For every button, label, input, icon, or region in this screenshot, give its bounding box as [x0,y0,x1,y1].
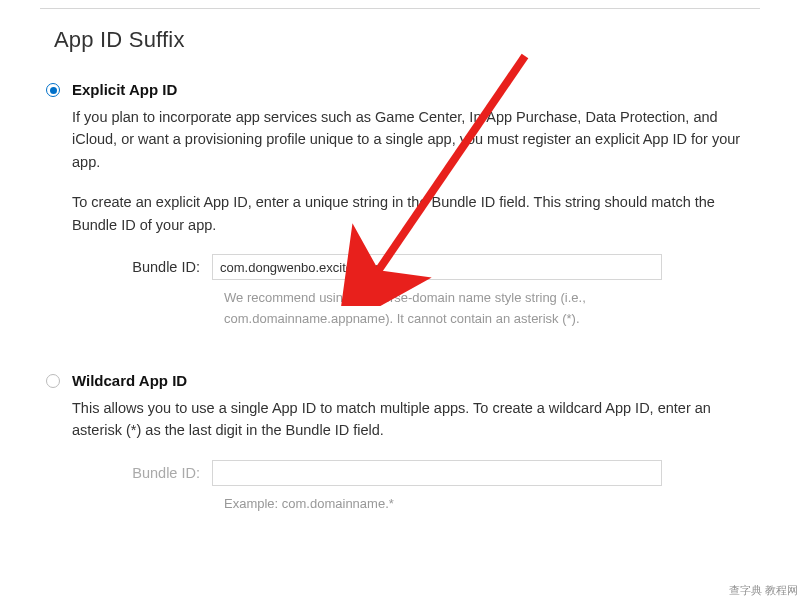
option-desc-explicit-2: To create an explicit App ID, enter a un… [72,191,760,236]
option-desc-explicit-1: If you plan to incorporate app services … [72,106,760,173]
bundle-id-label-explicit: Bundle ID: [72,259,212,275]
section-title: App ID Suffix [40,9,760,81]
bundle-id-input-wildcard[interactable] [212,460,662,486]
option-label-wildcard: Wildcard App ID [72,372,760,389]
radio-wildcard[interactable] [46,374,60,388]
bundle-id-hint-explicit: We recommend using a reverse-domain name… [224,288,684,330]
option-explicit: Explicit App ID If you plan to incorpora… [40,81,760,330]
radio-explicit[interactable] [46,83,60,97]
option-wildcard: Wildcard App ID This allows you to use a… [40,372,760,515]
option-desc-wildcard: This allows you to use a single App ID t… [72,397,760,442]
radio-selected-dot [50,87,57,94]
bundle-id-label-wildcard: Bundle ID: [72,465,212,481]
bundle-id-hint-wildcard: Example: com.domainname.* [224,494,684,515]
option-label-explicit: Explicit App ID [72,81,760,98]
bundle-id-input-explicit[interactable] [212,254,662,280]
